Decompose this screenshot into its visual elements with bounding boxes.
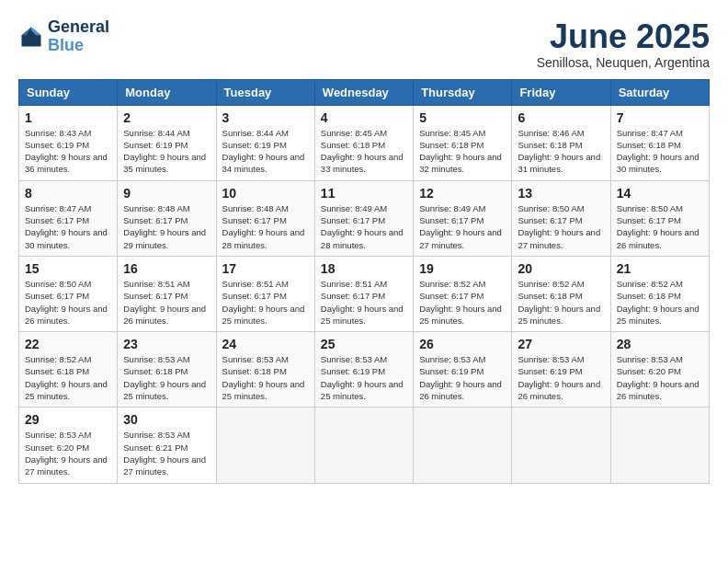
day-number: 6 bbox=[518, 110, 604, 125]
header-row: SundayMondayTuesdayWednesdayThursdayFrid… bbox=[19, 79, 710, 105]
calendar-day-cell: 29 Sunrise: 8:53 AM Sunset: 6:20 PM Dayl… bbox=[19, 408, 118, 483]
day-number: 9 bbox=[123, 186, 210, 201]
day-info: Sunrise: 8:48 AM Sunset: 6:17 PM Dayligh… bbox=[222, 202, 309, 251]
calendar-day-cell bbox=[314, 408, 413, 483]
day-info: Sunrise: 8:51 AM Sunset: 6:17 PM Dayligh… bbox=[222, 278, 309, 327]
calendar-day-cell: 30 Sunrise: 8:53 AM Sunset: 6:21 PM Dayl… bbox=[118, 408, 216, 483]
day-info: Sunrise: 8:53 AM Sunset: 6:20 PM Dayligh… bbox=[25, 429, 111, 477]
day-header-sunday: Sunday bbox=[19, 79, 118, 105]
day-number: 7 bbox=[617, 110, 703, 125]
day-header-wednesday: Wednesday bbox=[314, 79, 413, 105]
calendar-day-cell: 1 Sunrise: 8:43 AM Sunset: 6:19 PM Dayli… bbox=[19, 105, 118, 180]
day-info: Sunrise: 8:50 AM Sunset: 6:17 PM Dayligh… bbox=[617, 202, 703, 251]
day-number: 25 bbox=[321, 337, 407, 351]
calendar-day-cell: 23 Sunrise: 8:53 AM Sunset: 6:18 PM Dayl… bbox=[118, 332, 216, 408]
calendar-day-cell: 11 Sunrise: 8:49 AM Sunset: 6:17 PM Dayl… bbox=[314, 180, 413, 256]
day-info: Sunrise: 8:50 AM Sunset: 6:17 PM Dayligh… bbox=[25, 278, 111, 327]
calendar-table: SundayMondayTuesdayWednesdayThursdayFrid… bbox=[18, 79, 710, 484]
day-info: Sunrise: 8:52 AM Sunset: 6:18 PM Dayligh… bbox=[617, 278, 703, 327]
calendar-day-cell bbox=[216, 408, 314, 483]
calendar-day-cell: 4 Sunrise: 8:45 AM Sunset: 6:18 PM Dayli… bbox=[314, 105, 413, 180]
day-info: Sunrise: 8:43 AM Sunset: 6:19 PM Dayligh… bbox=[25, 127, 111, 176]
day-header-tuesday: Tuesday bbox=[216, 79, 314, 105]
calendar-day-cell: 19 Sunrise: 8:52 AM Sunset: 6:17 PM Dayl… bbox=[414, 256, 512, 331]
calendar-day-cell: 3 Sunrise: 8:44 AM Sunset: 6:19 PM Dayli… bbox=[216, 105, 314, 180]
calendar-day-cell: 20 Sunrise: 8:52 AM Sunset: 6:18 PM Dayl… bbox=[512, 256, 610, 331]
day-info: Sunrise: 8:51 AM Sunset: 6:17 PM Dayligh… bbox=[123, 278, 210, 327]
calendar-day-cell bbox=[512, 408, 610, 483]
calendar-day-cell: 13 Sunrise: 8:50 AM Sunset: 6:17 PM Dayl… bbox=[512, 180, 610, 256]
calendar-day-cell: 14 Sunrise: 8:50 AM Sunset: 6:17 PM Dayl… bbox=[610, 180, 709, 256]
day-info: Sunrise: 8:52 AM Sunset: 6:17 PM Dayligh… bbox=[419, 278, 506, 327]
page-header: GeneralBlue June 2025 Senillosa, Neuquen… bbox=[18, 18, 710, 70]
day-number: 21 bbox=[617, 261, 703, 276]
day-number: 27 bbox=[518, 337, 604, 351]
calendar-day-cell: 6 Sunrise: 8:46 AM Sunset: 6:18 PM Dayli… bbox=[512, 105, 610, 180]
day-number: 24 bbox=[222, 337, 309, 351]
day-number: 29 bbox=[25, 412, 111, 427]
calendar-day-cell: 28 Sunrise: 8:53 AM Sunset: 6:20 PM Dayl… bbox=[610, 332, 709, 408]
day-number: 8 bbox=[25, 186, 111, 201]
calendar-day-cell: 21 Sunrise: 8:52 AM Sunset: 6:18 PM Dayl… bbox=[610, 256, 709, 331]
calendar-day-cell: 8 Sunrise: 8:47 AM Sunset: 6:17 PM Dayli… bbox=[19, 180, 118, 256]
calendar-day-cell: 2 Sunrise: 8:44 AM Sunset: 6:19 PM Dayli… bbox=[118, 105, 216, 180]
calendar-day-cell: 16 Sunrise: 8:51 AM Sunset: 6:17 PM Dayl… bbox=[118, 256, 216, 331]
calendar-day-cell: 12 Sunrise: 8:49 AM Sunset: 6:17 PM Dayl… bbox=[414, 180, 512, 256]
day-info: Sunrise: 8:51 AM Sunset: 6:17 PM Dayligh… bbox=[321, 278, 407, 327]
calendar-day-cell: 18 Sunrise: 8:51 AM Sunset: 6:17 PM Dayl… bbox=[314, 256, 413, 331]
day-number: 3 bbox=[222, 110, 309, 125]
day-info: Sunrise: 8:53 AM Sunset: 6:21 PM Dayligh… bbox=[123, 429, 210, 477]
day-info: Sunrise: 8:48 AM Sunset: 6:17 PM Dayligh… bbox=[123, 202, 210, 251]
day-info: Sunrise: 8:49 AM Sunset: 6:17 PM Dayligh… bbox=[321, 202, 407, 251]
day-number: 10 bbox=[222, 186, 309, 201]
day-number: 23 bbox=[123, 337, 210, 351]
calendar-week-row: 8 Sunrise: 8:47 AM Sunset: 6:17 PM Dayli… bbox=[19, 180, 710, 256]
calendar-day-cell bbox=[610, 408, 709, 483]
day-header-friday: Friday bbox=[512, 79, 610, 105]
day-info: Sunrise: 8:47 AM Sunset: 6:17 PM Dayligh… bbox=[25, 202, 111, 251]
day-number: 1 bbox=[25, 110, 111, 125]
calendar-day-cell: 5 Sunrise: 8:45 AM Sunset: 6:18 PM Dayli… bbox=[414, 105, 512, 180]
title-area: June 2025 Senillosa, Neuquen, Argentina bbox=[537, 18, 710, 70]
calendar-title: June 2025 bbox=[537, 18, 710, 55]
calendar-day-cell bbox=[414, 408, 512, 483]
calendar-week-row: 15 Sunrise: 8:50 AM Sunset: 6:17 PM Dayl… bbox=[19, 256, 710, 331]
day-info: Sunrise: 8:46 AM Sunset: 6:18 PM Dayligh… bbox=[518, 127, 604, 176]
calendar-day-cell: 15 Sunrise: 8:50 AM Sunset: 6:17 PM Dayl… bbox=[19, 256, 118, 331]
day-info: Sunrise: 8:44 AM Sunset: 6:19 PM Dayligh… bbox=[222, 127, 309, 176]
day-number: 5 bbox=[419, 110, 506, 125]
calendar-day-cell: 22 Sunrise: 8:52 AM Sunset: 6:18 PM Dayl… bbox=[19, 332, 118, 408]
logo: GeneralBlue bbox=[18, 18, 109, 55]
day-info: Sunrise: 8:53 AM Sunset: 6:19 PM Dayligh… bbox=[518, 353, 604, 402]
day-info: Sunrise: 8:53 AM Sunset: 6:19 PM Dayligh… bbox=[419, 353, 506, 402]
calendar-day-cell: 10 Sunrise: 8:48 AM Sunset: 6:17 PM Dayl… bbox=[216, 180, 314, 256]
day-info: Sunrise: 8:50 AM Sunset: 6:17 PM Dayligh… bbox=[518, 202, 604, 251]
day-info: Sunrise: 8:44 AM Sunset: 6:19 PM Dayligh… bbox=[123, 127, 210, 176]
day-info: Sunrise: 8:53 AM Sunset: 6:20 PM Dayligh… bbox=[617, 353, 703, 402]
calendar-week-row: 22 Sunrise: 8:52 AM Sunset: 6:18 PM Dayl… bbox=[19, 332, 710, 408]
calendar-day-cell: 27 Sunrise: 8:53 AM Sunset: 6:19 PM Dayl… bbox=[512, 332, 610, 408]
day-number: 13 bbox=[518, 186, 604, 201]
day-info: Sunrise: 8:49 AM Sunset: 6:17 PM Dayligh… bbox=[419, 202, 506, 251]
day-number: 14 bbox=[617, 186, 703, 201]
calendar-day-cell: 17 Sunrise: 8:51 AM Sunset: 6:17 PM Dayl… bbox=[216, 256, 314, 331]
day-info: Sunrise: 8:53 AM Sunset: 6:18 PM Dayligh… bbox=[123, 353, 210, 402]
day-info: Sunrise: 8:52 AM Sunset: 6:18 PM Dayligh… bbox=[25, 353, 111, 402]
day-number: 16 bbox=[123, 261, 210, 276]
day-info: Sunrise: 8:47 AM Sunset: 6:18 PM Dayligh… bbox=[617, 127, 703, 176]
day-number: 15 bbox=[25, 261, 111, 276]
day-header-thursday: Thursday bbox=[414, 79, 512, 105]
day-number: 30 bbox=[123, 412, 210, 427]
calendar-day-cell: 25 Sunrise: 8:53 AM Sunset: 6:19 PM Dayl… bbox=[314, 332, 413, 408]
day-number: 26 bbox=[419, 337, 506, 351]
day-number: 18 bbox=[321, 261, 407, 276]
day-header-saturday: Saturday bbox=[610, 79, 709, 105]
day-info: Sunrise: 8:53 AM Sunset: 6:19 PM Dayligh… bbox=[321, 353, 407, 402]
day-number: 19 bbox=[419, 261, 506, 276]
day-header-monday: Monday bbox=[118, 79, 216, 105]
calendar-day-cell: 7 Sunrise: 8:47 AM Sunset: 6:18 PM Dayli… bbox=[610, 105, 709, 180]
calendar-subtitle: Senillosa, Neuquen, Argentina bbox=[537, 55, 710, 70]
calendar-week-row: 1 Sunrise: 8:43 AM Sunset: 6:19 PM Dayli… bbox=[19, 105, 710, 180]
day-number: 28 bbox=[617, 337, 703, 351]
day-info: Sunrise: 8:45 AM Sunset: 6:18 PM Dayligh… bbox=[419, 127, 506, 176]
